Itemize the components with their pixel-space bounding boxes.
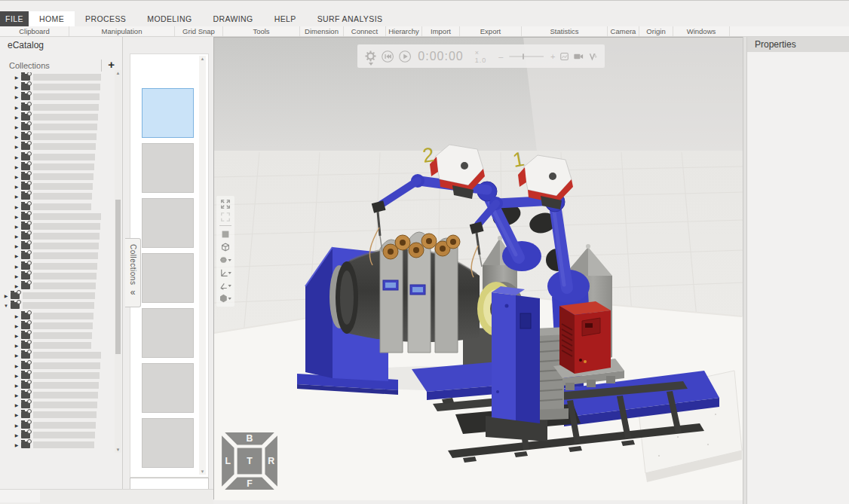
collections-tree-scrollbar[interactable]: ▲ ▼ bbox=[115, 70, 121, 453]
expand-arrow-icon[interactable]: ▶ bbox=[14, 412, 20, 417]
tab-modeling[interactable]: MODELING bbox=[136, 11, 202, 26]
positioner-column-tower[interactable] bbox=[486, 286, 547, 441]
preview-scrollbar[interactable]: ▲ ▼ bbox=[199, 56, 206, 475]
expand-arrow-icon[interactable]: ▶ bbox=[14, 383, 20, 388]
origin-mode-button[interactable] bbox=[217, 292, 234, 304]
collapse-arrow-icon[interactable]: ▼ bbox=[3, 304, 9, 308]
preview-thumbnail[interactable] bbox=[142, 363, 194, 413]
collection-tree-item[interactable]: ▼ bbox=[0, 301, 113, 310]
ribbon-group-statistics[interactable]: Statistics bbox=[522, 26, 608, 36]
scroll-up-icon[interactable]: ▲ bbox=[115, 71, 121, 75]
preview-thumbnail[interactable] bbox=[142, 143, 194, 193]
expand-arrow-icon[interactable]: ▶ bbox=[14, 134, 20, 139]
ribbon-group-clipboard[interactable]: Clipboard bbox=[0, 26, 69, 36]
expand-arrow-icon[interactable]: ▶ bbox=[14, 353, 20, 358]
expand-arrow-icon[interactable]: ▶ bbox=[14, 393, 20, 398]
collection-tree-item[interactable]: ▶ bbox=[0, 72, 113, 82]
expand-arrow-icon[interactable]: ▶ bbox=[14, 333, 20, 338]
simulation-settings-button[interactable] bbox=[365, 50, 376, 62]
collection-tree-item[interactable]: ▶ bbox=[0, 410, 113, 420]
render-mode-button[interactable] bbox=[217, 254, 234, 266]
collection-tree-item[interactable]: ▶ bbox=[0, 142, 113, 151]
ribbon-group-import[interactable]: Import bbox=[422, 26, 460, 36]
ribbon-group-grid-snap[interactable]: Grid Snap bbox=[175, 26, 223, 36]
tab-help[interactable]: HELP bbox=[264, 11, 307, 26]
ribbon-group-connect[interactable]: Connect bbox=[344, 26, 386, 36]
tab-home[interactable]: HOME bbox=[29, 11, 75, 26]
ribbon-group-origin[interactable]: Origin bbox=[639, 26, 673, 36]
expand-arrow-icon[interactable]: ▶ bbox=[14, 194, 20, 199]
expand-arrow-icon[interactable]: ▶ bbox=[14, 243, 20, 249]
collection-tree-item[interactable]: ▶ bbox=[0, 281, 113, 291]
slider-handle[interactable] bbox=[523, 53, 525, 59]
expand-arrow-icon[interactable]: ▶ bbox=[14, 273, 20, 279]
collection-tree-item[interactable]: ▶ bbox=[0, 221, 113, 231]
ribbon-group-windows[interactable]: Windows bbox=[673, 26, 730, 36]
view-cube[interactable]: B L T R F bbox=[219, 429, 280, 493]
expand-arrow-icon[interactable]: ▶ bbox=[14, 115, 20, 120]
scroll-down-icon[interactable]: ▼ bbox=[199, 469, 206, 474]
expand-arrow-icon[interactable]: ▶ bbox=[14, 204, 20, 209]
collection-tree-item[interactable]: ▶ bbox=[0, 92, 113, 102]
fit-selected-button[interactable] bbox=[217, 211, 234, 223]
collection-tree-item[interactable]: ▶ bbox=[0, 400, 113, 410]
collection-tree-item[interactable]: ▶ bbox=[0, 341, 113, 350]
collection-tree-item[interactable]: ▶ bbox=[0, 152, 113, 162]
coordinates-mode-button[interactable] bbox=[217, 279, 234, 292]
preview-thumbnail[interactable] bbox=[142, 418, 194, 468]
expand-arrow-icon[interactable]: ▶ bbox=[14, 363, 20, 368]
scroll-up-icon[interactable]: ▲ bbox=[199, 57, 206, 61]
signal-icon[interactable] bbox=[589, 51, 597, 62]
collection-tree-item[interactable]: ▶ bbox=[0, 212, 113, 221]
collection-tree-item[interactable]: ▶ bbox=[0, 82, 113, 92]
preview-thumbnail-selected[interactable] bbox=[142, 88, 194, 138]
collection-tree-item[interactable]: ▶ bbox=[0, 241, 113, 251]
ribbon-group-manipulation[interactable]: Manipulation bbox=[69, 26, 175, 36]
expand-arrow-icon[interactable]: ▶ bbox=[14, 164, 20, 170]
reset-rewind-button[interactable] bbox=[382, 48, 394, 65]
expand-arrow-icon[interactable]: ▶ bbox=[14, 214, 20, 219]
collection-tree-item[interactable]: ▶ bbox=[0, 430, 113, 440]
collection-tree-item[interactable]: ▶ bbox=[0, 380, 113, 390]
expand-arrow-icon[interactable]: ▶ bbox=[14, 264, 20, 269]
expand-arrow-icon[interactable]: ▶ bbox=[14, 432, 20, 438]
expand-arrow-icon[interactable]: ▶ bbox=[14, 283, 20, 289]
expand-arrow-icon[interactable]: ▶ bbox=[14, 373, 20, 378]
3d-viewport[interactable]: 2 bbox=[213, 37, 743, 499]
ribbon-group-export[interactable]: Export bbox=[460, 26, 522, 36]
expand-arrow-icon[interactable]: ▶ bbox=[14, 313, 20, 319]
expand-arrow-icon[interactable]: ▶ bbox=[14, 323, 20, 328]
preview-thumbnail[interactable] bbox=[142, 308, 194, 358]
ribbon-group-tools[interactable]: Tools bbox=[223, 26, 300, 36]
collection-tree-item[interactable]: ▶ bbox=[0, 321, 113, 331]
tab-file[interactable]: FILE bbox=[0, 11, 29, 26]
shaded-mode-button[interactable] bbox=[217, 228, 234, 240]
collection-tree-item[interactable]: ▶ bbox=[0, 261, 113, 271]
expand-arrow-icon[interactable]: ▶ bbox=[14, 442, 20, 447]
expand-arrow-icon[interactable]: ▶ bbox=[14, 224, 20, 229]
play-button[interactable] bbox=[399, 48, 411, 65]
speed-faster-button[interactable]: + bbox=[550, 52, 555, 61]
speed-slower-button[interactable]: – bbox=[498, 52, 503, 61]
expand-arrow-icon[interactable]: ▶ bbox=[3, 293, 9, 298]
3d-scene[interactable]: 2 bbox=[214, 38, 743, 500]
collection-tree-item[interactable]: ▶ bbox=[0, 291, 113, 301]
collection-tree-item[interactable]: ▶ bbox=[0, 201, 113, 211]
collection-tree-item[interactable]: ▶ bbox=[0, 271, 113, 281]
expand-arrow-icon[interactable]: ▶ bbox=[14, 184, 20, 189]
expand-arrow-icon[interactable]: ▶ bbox=[14, 253, 20, 258]
tab-drawing[interactable]: DRAWING bbox=[202, 11, 263, 26]
expand-arrow-icon[interactable]: ▶ bbox=[14, 423, 20, 428]
collection-tree-item[interactable]: ▶ bbox=[0, 162, 113, 172]
expand-arrow-icon[interactable]: ▶ bbox=[14, 154, 20, 160]
collection-tree-item[interactable]: ▶ bbox=[0, 112, 113, 122]
expand-arrow-icon[interactable]: ▶ bbox=[14, 234, 20, 239]
expand-arrow-icon[interactable]: ▶ bbox=[14, 75, 20, 80]
collection-tree-item[interactable]: ▶ bbox=[0, 122, 113, 132]
collection-tree-item[interactable]: ▶ bbox=[0, 231, 113, 241]
scrollbar-thumb[interactable] bbox=[115, 200, 121, 354]
expand-arrow-icon[interactable]: ▶ bbox=[14, 343, 20, 348]
collection-tree-item[interactable]: ▶ bbox=[0, 191, 113, 201]
ribbon-group-camera[interactable]: Camera bbox=[608, 26, 639, 36]
tab-process[interactable]: PROCESS bbox=[75, 11, 136, 26]
